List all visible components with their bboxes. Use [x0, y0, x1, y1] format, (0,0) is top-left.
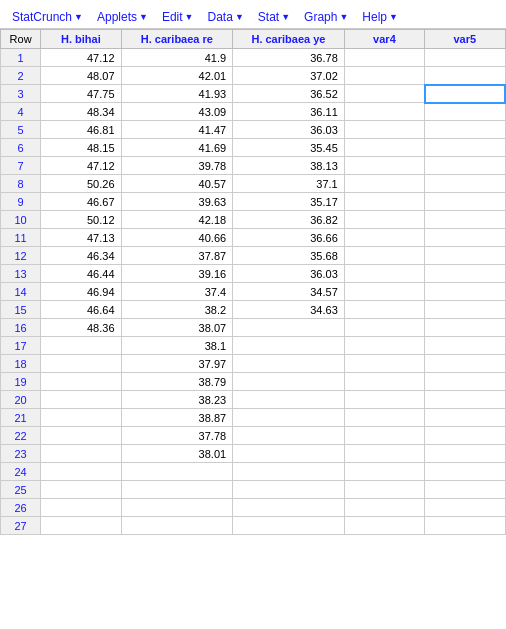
cell-bihai[interactable]: 46.34	[41, 247, 121, 265]
cell-var4[interactable]	[344, 67, 424, 85]
cell-var5[interactable]	[425, 355, 505, 373]
cell-var4[interactable]	[344, 319, 424, 337]
cell-bihai[interactable]	[41, 337, 121, 355]
cell-bihai[interactable]: 47.12	[41, 157, 121, 175]
col-header-var5[interactable]: var5	[425, 30, 505, 49]
cell-var5[interactable]	[425, 319, 505, 337]
cell-yellow[interactable]	[233, 373, 345, 391]
cell-var4[interactable]	[344, 139, 424, 157]
cell-var5[interactable]	[425, 247, 505, 265]
cell-var5[interactable]	[425, 139, 505, 157]
menu-item-graph[interactable]: Graph▼	[298, 8, 354, 26]
cell-var5[interactable]	[425, 373, 505, 391]
cell-red[interactable]: 40.66	[121, 229, 233, 247]
cell-red[interactable]: 41.47	[121, 121, 233, 139]
cell-var4[interactable]	[344, 409, 424, 427]
cell-yellow[interactable]	[233, 355, 345, 373]
cell-var4[interactable]	[344, 103, 424, 121]
cell-bihai[interactable]: 46.67	[41, 193, 121, 211]
cell-red[interactable]: 37.4	[121, 283, 233, 301]
cell-bihai[interactable]	[41, 355, 121, 373]
cell-bihai[interactable]: 50.26	[41, 175, 121, 193]
cell-bihai[interactable]	[41, 517, 121, 535]
cell-bihai[interactable]: 47.75	[41, 85, 121, 103]
cell-var5[interactable]	[425, 85, 505, 103]
cell-red[interactable]: 43.09	[121, 103, 233, 121]
cell-var4[interactable]	[344, 175, 424, 193]
cell-var5[interactable]	[425, 283, 505, 301]
cell-red[interactable]: 37.87	[121, 247, 233, 265]
cell-yellow[interactable]	[233, 409, 345, 427]
cell-bihai[interactable]	[41, 499, 121, 517]
cell-var4[interactable]	[344, 517, 424, 535]
col-header-h--caribaea-ye[interactable]: H. caribaea ye	[233, 30, 345, 49]
cell-red[interactable]: 37.78	[121, 427, 233, 445]
cell-var5[interactable]	[425, 337, 505, 355]
cell-bihai[interactable]	[41, 409, 121, 427]
cell-var4[interactable]	[344, 373, 424, 391]
cell-var4[interactable]	[344, 121, 424, 139]
cell-var5[interactable]	[425, 157, 505, 175]
cell-var5[interactable]	[425, 391, 505, 409]
cell-var4[interactable]	[344, 427, 424, 445]
cell-var4[interactable]	[344, 355, 424, 373]
cell-var5[interactable]	[425, 427, 505, 445]
cell-bihai[interactable]	[41, 481, 121, 499]
cell-red[interactable]: 38.07	[121, 319, 233, 337]
cell-var5[interactable]	[425, 211, 505, 229]
cell-bihai[interactable]: 47.13	[41, 229, 121, 247]
cell-red[interactable]: 37.97	[121, 355, 233, 373]
cell-var4[interactable]	[344, 337, 424, 355]
cell-yellow[interactable]: 35.45	[233, 139, 345, 157]
menu-item-edit[interactable]: Edit▼	[156, 8, 200, 26]
cell-red[interactable]: 41.9	[121, 49, 233, 67]
cell-yellow[interactable]: 37.02	[233, 67, 345, 85]
cell-yellow[interactable]	[233, 517, 345, 535]
cell-var4[interactable]	[344, 49, 424, 67]
cell-red[interactable]: 41.93	[121, 85, 233, 103]
cell-var4[interactable]	[344, 85, 424, 103]
cell-red[interactable]: 39.78	[121, 157, 233, 175]
cell-red[interactable]: 42.01	[121, 67, 233, 85]
cell-red[interactable]: 38.01	[121, 445, 233, 463]
menu-item-statcrunch[interactable]: StatCrunch▼	[6, 8, 89, 26]
cell-bihai[interactable]: 46.44	[41, 265, 121, 283]
cell-var5[interactable]	[425, 499, 505, 517]
cell-yellow[interactable]	[233, 337, 345, 355]
cell-var5[interactable]	[425, 445, 505, 463]
cell-yellow[interactable]: 37.1	[233, 175, 345, 193]
cell-var5[interactable]	[425, 49, 505, 67]
cell-yellow[interactable]	[233, 319, 345, 337]
cell-yellow[interactable]	[233, 481, 345, 499]
cell-yellow[interactable]: 36.52	[233, 85, 345, 103]
cell-bihai[interactable]	[41, 373, 121, 391]
cell-yellow[interactable]: 36.03	[233, 121, 345, 139]
cell-yellow[interactable]: 35.68	[233, 247, 345, 265]
cell-bihai[interactable]	[41, 445, 121, 463]
cell-yellow[interactable]: 36.78	[233, 49, 345, 67]
cell-var5[interactable]	[425, 103, 505, 121]
cell-var5[interactable]	[425, 193, 505, 211]
cell-yellow[interactable]	[233, 445, 345, 463]
cell-red[interactable]: 38.23	[121, 391, 233, 409]
cell-red[interactable]: 39.63	[121, 193, 233, 211]
cell-bihai[interactable]	[41, 463, 121, 481]
cell-bihai[interactable]: 48.07	[41, 67, 121, 85]
cell-var4[interactable]	[344, 247, 424, 265]
cell-yellow[interactable]: 36.66	[233, 229, 345, 247]
col-header-h--bihai[interactable]: H. bihai	[41, 30, 121, 49]
cell-var5[interactable]	[425, 175, 505, 193]
cell-var5[interactable]	[425, 301, 505, 319]
cell-yellow[interactable]: 36.11	[233, 103, 345, 121]
cell-bihai[interactable]: 48.36	[41, 319, 121, 337]
cell-red[interactable]: 39.16	[121, 265, 233, 283]
cell-yellow[interactable]: 34.57	[233, 283, 345, 301]
cell-yellow[interactable]	[233, 499, 345, 517]
cell-bihai[interactable]: 50.12	[41, 211, 121, 229]
cell-yellow[interactable]	[233, 391, 345, 409]
cell-red[interactable]: 38.1	[121, 337, 233, 355]
cell-var5[interactable]	[425, 409, 505, 427]
cell-red[interactable]: 42.18	[121, 211, 233, 229]
cell-yellow[interactable]: 34.63	[233, 301, 345, 319]
cell-yellow[interactable]: 36.03	[233, 265, 345, 283]
